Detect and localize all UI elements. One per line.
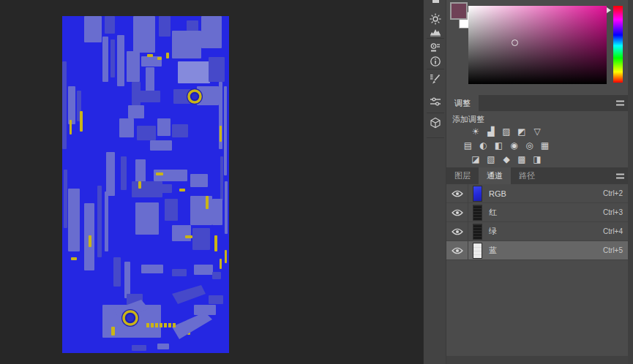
channels-tabbar: 图层通道路径 [446,167,633,184]
gradient-map-icon[interactable]: ▩ [516,153,528,165]
panel-menu-icon[interactable] [616,101,624,106]
channels-tabs: 图层通道路径 [446,167,543,184]
saturation-brightness-field[interactable] [468,6,607,84]
panels-column: 调整 添加调整 ☀▟▨◩▽▤◐◧◉◎▦◪▧◆▩◨ 图层通道路径 RGBCtrl+… [446,0,633,364]
color-field-marker[interactable] [512,39,518,46]
panel-bottom-bar [446,356,628,364]
invert-icon[interactable]: ◪ [470,153,482,165]
hue-saturation-icon[interactable]: ▤ [462,140,474,151]
adjustment-icon-grid: ☀▟▨◩▽▤◐◧◉◎▦◪▧◆▩◨ [459,126,554,167]
channel-label: RGB [489,189,506,198]
tab-adjustments[interactable]: 调整 [446,95,479,111]
channel-shortcut: Ctrl+5 [603,246,623,254]
foreground-color-swatch[interactable] [450,2,468,20]
adjustment-row: ☀▟▨◩▽ [459,126,554,137]
vibrance-icon[interactable]: ▽ [531,126,544,137]
photoshop-workspace: 调整 添加调整 ☀▟▨◩▽▤◐◧◉◎▦◪▧◆▩◨ 图层通道路径 RGBCtrl+… [0,0,633,364]
visibility-eye-icon[interactable] [446,241,468,260]
channel-shortcut: Ctrl+4 [603,227,623,235]
adjustment-row: ▤◐◧◉◎▦ [459,140,554,151]
photo-filter-icon[interactable]: ◉ [508,140,520,151]
hue-slider[interactable] [613,6,623,83]
channel-row-绿[interactable]: 绿Ctrl+4 [446,222,633,241]
selective-color-icon[interactable]: ◨ [531,153,544,165]
tool-sliders-icon[interactable] [424,95,447,108]
posterize-icon[interactable]: ▧ [485,153,498,165]
tab-通道[interactable]: 通道 [479,167,511,184]
channel-row-RGB[interactable]: RGBCtrl+2 [446,184,633,203]
adjustments-panel: 添加调整 ☀▟▨◩▽▤◐◧◉◎▦◪▧◆▩◨ [446,111,633,167]
dock-separator [427,113,444,113]
visibility-eye-icon[interactable] [446,203,468,222]
channel-shortcut: Ctrl+2 [603,189,623,197]
tab-路径[interactable]: 路径 [511,167,543,184]
dock-separator [427,69,444,69]
channel-thumbnail[interactable] [473,243,482,259]
clipped-dock-icon[interactable] [432,0,439,3]
window-right-edge [628,0,633,364]
adjustments-tabbar: 调整 [446,95,633,111]
channel-label: 红 [489,207,497,218]
exposure-icon[interactable]: ◩ [516,126,528,137]
channel-label: 绿 [489,226,497,237]
info-icon[interactable] [424,55,447,68]
hue-slider-pointer-icon[interactable] [607,7,611,13]
add-adjustment-label: 添加调整 [452,114,484,125]
curves-icon[interactable]: ▨ [501,126,513,137]
color-balance-icon[interactable]: ◐ [477,140,490,151]
levels-icon[interactable]: ▟ [485,126,498,137]
channel-row-蓝[interactable]: 蓝Ctrl+5 [446,241,633,260]
document-image[interactable] [62,16,229,353]
channel-shortcut: Ctrl+3 [603,208,623,216]
brush-settings-icon[interactable] [424,72,447,86]
channel-thumbnail[interactable] [473,186,482,202]
dock-separator [427,137,444,138]
black-white-icon[interactable]: ◧ [492,140,505,151]
adjustments-sun-icon[interactable] [424,12,447,26]
blue-channel-texture [62,16,229,353]
threshold-icon[interactable]: ◆ [501,153,513,165]
visibility-eye-icon[interactable] [446,222,468,241]
brightness-contrast-icon[interactable]: ☀ [470,126,482,137]
channel-thumbnail[interactable] [473,224,482,240]
histogram-icon[interactable] [424,25,447,38]
3d-cube-icon[interactable] [424,116,447,129]
clone-source-icon[interactable] [424,41,447,54]
color-lookup-icon[interactable]: ▦ [539,140,551,151]
panel-dock [423,0,446,364]
color-panel [446,0,628,95]
tab-图层[interactable]: 图层 [446,167,479,184]
channel-row-红[interactable]: 红Ctrl+3 [446,203,633,222]
canvas-area[interactable] [0,0,423,364]
channel-list: RGBCtrl+2红Ctrl+3绿Ctrl+4蓝Ctrl+5 [446,184,633,260]
channel-thumbnail[interactable] [473,205,482,221]
channel-mixer-icon[interactable]: ◎ [523,140,536,151]
panel-menu-icon[interactable] [616,173,624,178]
dock-separator [427,38,444,39]
visibility-eye-icon[interactable] [446,184,468,203]
adjustment-row: ◪▧◆▩◨ [459,153,554,165]
channel-label: 蓝 [489,245,497,256]
